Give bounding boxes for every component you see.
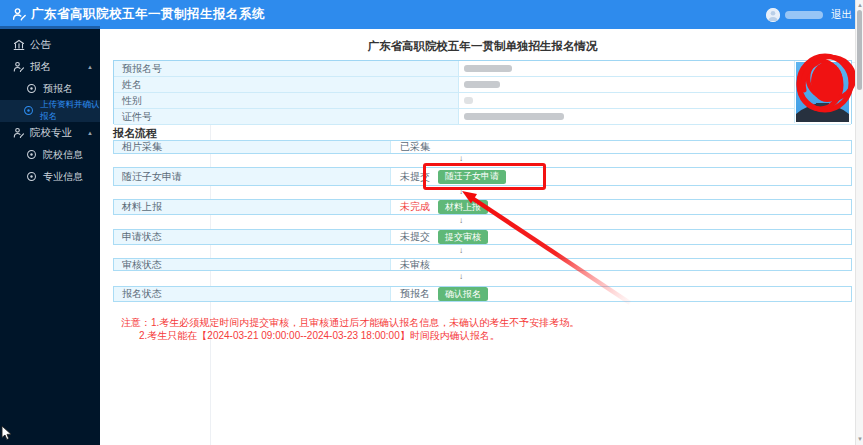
top-header: 广东省高职院校五年一贯制招生报名系统 退出: [0, 0, 863, 29]
sidebar-item-college-info[interactable]: 院校信息: [0, 144, 100, 166]
username-redacted: [785, 11, 823, 19]
notice-line-1: 注意：1.考生必须规定时间内提交审核，且审核通过后才能确认报名信息，未确认的考生…: [121, 316, 579, 330]
sidebar-item-label: 公告: [30, 38, 51, 52]
flow-down-arrow: ↓: [455, 246, 467, 255]
status-text: 预报名: [400, 287, 430, 301]
sidebar-item-announcements[interactable]: 公告: [0, 34, 100, 56]
field-label: 预报名号: [114, 61, 459, 76]
process-label: 材料上报: [114, 200, 391, 214]
table-row: 证件号: [114, 109, 851, 125]
sidebar-item-label: 预报名: [43, 82, 73, 96]
sidebar-item-label: 专业信息: [43, 170, 83, 184]
user-edit-logo-icon: [12, 7, 27, 22]
field-label: 性别: [114, 93, 459, 108]
chevron-up-icon: ▲: [87, 130, 93, 136]
confirm-registration-button[interactable]: 确认报名: [438, 287, 488, 301]
sidebar-item-major-info[interactable]: 专业信息: [0, 166, 100, 188]
field-label: 证件号: [114, 109, 459, 124]
target-icon: [26, 171, 38, 183]
applicant-info-table: 预报名号 姓名 性别 证件号: [113, 60, 852, 124]
process-row-review-status: 审核状态 未审核: [113, 258, 852, 271]
status-text: 未提交: [400, 230, 430, 244]
vertical-scrollbar[interactable]: ▲ ▼: [855, 0, 863, 445]
sidebar-group-registration[interactable]: 报名 ▲: [0, 56, 100, 78]
sidebar-item-upload-confirm[interactable]: 上传资料并确认报名: [0, 100, 100, 122]
process-row-registration-status: 报名状态 预报名 确认报名: [113, 286, 852, 302]
status-text: 未完成: [400, 200, 430, 214]
material-upload-button[interactable]: 材料上报: [438, 200, 488, 214]
submit-review-button[interactable]: 提交审核: [438, 230, 488, 244]
annotation-highlight-box: [423, 163, 546, 190]
user-avatar-icon: [766, 8, 780, 22]
applicant-photo: [796, 62, 849, 122]
scrollbar-thumb[interactable]: [857, 10, 862, 90]
user-edit-icon: [13, 61, 25, 73]
flow-down-arrow: ↓: [455, 272, 467, 281]
process-row-material-upload: 材料上报 未完成 材料上报: [113, 199, 852, 215]
flow-down-arrow: ↓: [455, 216, 467, 225]
field-value-redacted: [459, 61, 851, 76]
target-icon: [23, 105, 35, 117]
target-icon: [26, 83, 38, 95]
chevron-up-icon: ▲: [87, 64, 93, 70]
field-label: 姓名: [114, 77, 459, 92]
sidebar-item-label: 院校专业: [30, 126, 72, 140]
scroll-down-icon[interactable]: ▼: [857, 436, 863, 442]
target-icon: [26, 149, 38, 161]
sidebar-nav: 公告 报名 ▲ 预报名 上传资料并确认报名 院校专业 ▲ 院校信息 专业信息: [0, 29, 100, 445]
photo-cell: [794, 61, 851, 123]
table-row: 姓名: [114, 77, 851, 93]
user-edit-icon: [13, 127, 25, 139]
status-text: 未审核: [400, 258, 430, 272]
field-value-redacted: [459, 93, 851, 108]
sidebar-group-college-major[interactable]: 院校专业 ▲: [0, 122, 100, 144]
app-window: 广东省高职院校五年一贯制招生报名系统 退出 公告 报名 ▲ 预报名 上传资料并确…: [0, 0, 863, 445]
status-text: 已采集: [400, 140, 430, 154]
process-row-application-status: 申请状态 未提交 提交审核: [113, 229, 852, 245]
flow-down-arrow: ↓: [455, 154, 467, 163]
sidebar-item-label: 报名: [30, 60, 51, 74]
notice-line-2: 2.考生只能在【2024-03-21 09:00:00--2024-03-23 …: [139, 329, 500, 343]
sidebar-item-label: 院校信息: [43, 148, 83, 162]
field-value-redacted: [459, 77, 851, 92]
process-row-photo-capture: 相片采集 已采集: [113, 140, 852, 154]
process-label: 报名状态: [114, 287, 391, 301]
process-label: 相片采集: [114, 141, 391, 153]
scroll-up-icon[interactable]: ▲: [857, 2, 863, 8]
process-label: 申请状态: [114, 230, 391, 244]
table-row: 预报名号: [114, 61, 851, 77]
page-title: 广东省高职院校五年一贯制单独招生报名情况: [113, 39, 852, 54]
process-label: 审核状态: [114, 259, 391, 270]
table-row: 性别: [114, 93, 851, 109]
field-value-redacted: [459, 109, 851, 124]
logout-button[interactable]: 退出: [831, 0, 852, 29]
process-label: 随迁子女申请: [114, 168, 391, 185]
header-sidebar-strip: [0, 26, 100, 29]
sidebar-item-label: 上传资料并确认报名: [40, 99, 100, 123]
mouse-cursor: [1, 426, 12, 441]
app-title: 广东省高职院校五年一贯制招生报名系统: [31, 0, 265, 29]
sidebar-item-pre-registration[interactable]: 预报名: [0, 78, 100, 100]
announcement-icon: [13, 39, 25, 51]
process-section-title: 报名流程: [113, 126, 157, 141]
